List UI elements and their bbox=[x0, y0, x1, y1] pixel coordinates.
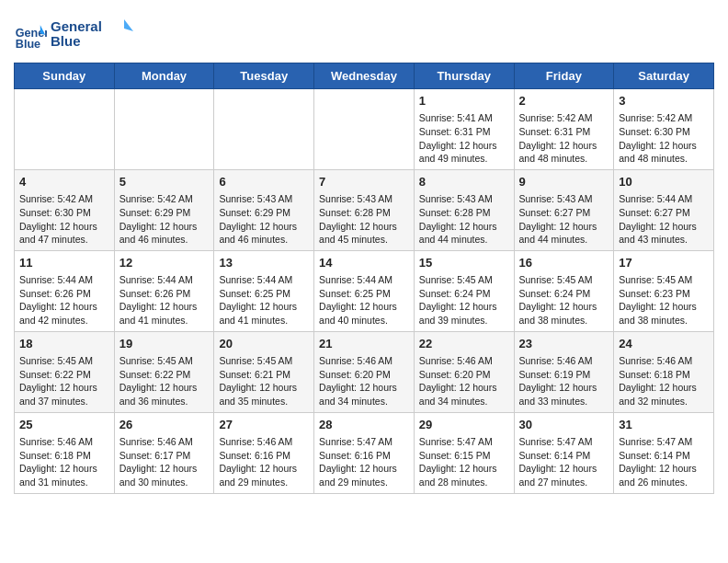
cell-content: Daylight: 12 hours and 34 minutes. bbox=[319, 381, 409, 408]
cell-content: Daylight: 12 hours and 27 minutes. bbox=[519, 462, 609, 488]
cell-content: Daylight: 12 hours and 49 minutes. bbox=[419, 139, 509, 166]
cell-content: Daylight: 12 hours and 34 minutes. bbox=[419, 381, 509, 408]
cell-content: Sunrise: 5:47 AM bbox=[619, 435, 709, 449]
day-number: 19 bbox=[119, 336, 210, 352]
day-number: 31 bbox=[619, 417, 709, 433]
calendar-cell: 22Sunrise: 5:46 AMSunset: 6:20 PMDayligh… bbox=[414, 331, 514, 412]
cell-content: Sunset: 6:14 PM bbox=[519, 449, 609, 463]
cell-content: Sunset: 6:29 PM bbox=[219, 206, 309, 220]
day-number: 9 bbox=[519, 174, 609, 190]
cell-content: Sunrise: 5:45 AM bbox=[519, 273, 609, 287]
cell-content: Daylight: 12 hours and 37 minutes. bbox=[19, 381, 109, 408]
cell-content: Sunrise: 5:43 AM bbox=[519, 192, 609, 206]
title-area bbox=[133, 9, 714, 11]
cell-content: Sunrise: 5:46 AM bbox=[619, 354, 709, 368]
cell-content: Sunset: 6:18 PM bbox=[619, 368, 709, 382]
logo: General Blue General Blue bbox=[14, 15, 133, 55]
cell-content: Daylight: 12 hours and 26 minutes. bbox=[619, 462, 709, 488]
logo-text: General Blue bbox=[51, 15, 133, 55]
cell-content: Sunset: 6:15 PM bbox=[419, 449, 509, 463]
cell-content: Sunset: 6:18 PM bbox=[19, 449, 109, 463]
calendar-table: SundayMondayTuesdayWednesdayThursdayFrid… bbox=[14, 63, 714, 494]
cell-content: Daylight: 12 hours and 44 minutes. bbox=[419, 220, 509, 247]
cell-content: Sunrise: 5:46 AM bbox=[119, 435, 210, 449]
cell-content: Sunrise: 5:42 AM bbox=[19, 192, 109, 206]
calendar-cell: 8Sunrise: 5:43 AMSunset: 6:28 PMDaylight… bbox=[414, 169, 514, 250]
cell-content: Sunset: 6:30 PM bbox=[619, 125, 709, 139]
cell-content: Sunset: 6:22 PM bbox=[19, 368, 109, 382]
cell-content: Sunrise: 5:43 AM bbox=[219, 192, 309, 206]
week-row-1: 1Sunrise: 5:41 AMSunset: 6:31 PMDaylight… bbox=[15, 89, 714, 170]
calendar-cell: 20Sunrise: 5:45 AMSunset: 6:21 PMDayligh… bbox=[214, 331, 314, 412]
cell-content: Daylight: 12 hours and 36 minutes. bbox=[119, 381, 210, 408]
calendar-cell: 4Sunrise: 5:42 AMSunset: 6:30 PMDaylight… bbox=[15, 169, 115, 250]
day-header-saturday: Saturday bbox=[614, 63, 714, 89]
day-number: 6 bbox=[219, 174, 309, 190]
calendar-cell: 18Sunrise: 5:45 AMSunset: 6:22 PMDayligh… bbox=[15, 331, 115, 412]
cell-content: Sunrise: 5:42 AM bbox=[619, 111, 709, 125]
cell-content: Sunrise: 5:47 AM bbox=[519, 435, 609, 449]
cell-content: Daylight: 12 hours and 30 minutes. bbox=[119, 462, 210, 488]
cell-content: Daylight: 12 hours and 28 minutes. bbox=[419, 462, 509, 488]
cell-content: Sunrise: 5:41 AM bbox=[419, 111, 509, 125]
cell-content: Sunset: 6:21 PM bbox=[219, 368, 309, 382]
cell-content: Sunrise: 5:44 AM bbox=[19, 273, 109, 287]
day-header-tuesday: Tuesday bbox=[214, 63, 314, 89]
day-number: 25 bbox=[19, 417, 109, 433]
cell-content: Sunset: 6:27 PM bbox=[619, 206, 709, 220]
calendar-cell: 27Sunrise: 5:46 AMSunset: 6:16 PMDayligh… bbox=[214, 412, 314, 493]
calendar-cell: 5Sunrise: 5:42 AMSunset: 6:29 PMDaylight… bbox=[114, 169, 214, 250]
calendar-cell: 11Sunrise: 5:44 AMSunset: 6:26 PMDayligh… bbox=[15, 250, 115, 331]
calendar-cell: 25Sunrise: 5:46 AMSunset: 6:18 PMDayligh… bbox=[15, 412, 115, 493]
cell-content: Sunrise: 5:45 AM bbox=[19, 354, 109, 368]
calendar-cell: 16Sunrise: 5:45 AMSunset: 6:24 PMDayligh… bbox=[514, 250, 614, 331]
cell-content: Sunrise: 5:45 AM bbox=[619, 273, 709, 287]
day-number: 29 bbox=[419, 417, 509, 433]
calendar-cell: 28Sunrise: 5:47 AMSunset: 6:16 PMDayligh… bbox=[314, 412, 415, 493]
calendar-cell: 6Sunrise: 5:43 AMSunset: 6:29 PMDaylight… bbox=[214, 169, 314, 250]
cell-content: Sunset: 6:23 PM bbox=[619, 287, 709, 301]
cell-content: Daylight: 12 hours and 43 minutes. bbox=[619, 220, 709, 247]
day-header-wednesday: Wednesday bbox=[314, 63, 415, 89]
day-number: 7 bbox=[319, 174, 409, 190]
cell-content: Sunrise: 5:45 AM bbox=[219, 354, 309, 368]
calendar-cell: 2Sunrise: 5:42 AMSunset: 6:31 PMDaylight… bbox=[514, 89, 614, 170]
cell-content: Sunset: 6:25 PM bbox=[219, 287, 309, 301]
calendar-cell: 26Sunrise: 5:46 AMSunset: 6:17 PMDayligh… bbox=[114, 412, 214, 493]
cell-content: Sunrise: 5:45 AM bbox=[119, 354, 210, 368]
cell-content: Sunset: 6:28 PM bbox=[319, 206, 409, 220]
cell-content: Sunset: 6:26 PM bbox=[119, 287, 210, 301]
cell-content: Sunset: 6:27 PM bbox=[519, 206, 609, 220]
cell-content: Daylight: 12 hours and 29 minutes. bbox=[219, 462, 309, 488]
cell-content: Sunrise: 5:46 AM bbox=[319, 354, 409, 368]
svg-marker-5 bbox=[124, 19, 133, 31]
cell-content: Sunrise: 5:44 AM bbox=[619, 192, 709, 206]
day-number: 2 bbox=[519, 93, 609, 109]
day-number: 14 bbox=[319, 255, 409, 271]
day-number: 23 bbox=[519, 336, 609, 352]
cell-content: Daylight: 12 hours and 41 minutes. bbox=[219, 300, 309, 327]
day-number: 3 bbox=[619, 93, 709, 109]
day-number: 16 bbox=[519, 255, 609, 271]
cell-content: Sunset: 6:28 PM bbox=[419, 206, 509, 220]
calendar-cell bbox=[214, 89, 314, 170]
header: General Blue General Blue bbox=[14, 9, 714, 55]
cell-content: Sunrise: 5:47 AM bbox=[319, 435, 409, 449]
day-number: 17 bbox=[619, 255, 709, 271]
cell-content: Daylight: 12 hours and 48 minutes. bbox=[619, 139, 709, 166]
cell-content: Daylight: 12 hours and 38 minutes. bbox=[619, 300, 709, 327]
calendar-cell: 9Sunrise: 5:43 AMSunset: 6:27 PMDaylight… bbox=[514, 169, 614, 250]
cell-content: Sunrise: 5:46 AM bbox=[219, 435, 309, 449]
calendar-cell: 30Sunrise: 5:47 AMSunset: 6:14 PMDayligh… bbox=[514, 412, 614, 493]
cell-content: Sunset: 6:31 PM bbox=[519, 125, 609, 139]
cell-content: Daylight: 12 hours and 39 minutes. bbox=[419, 300, 509, 327]
cell-content: Daylight: 12 hours and 32 minutes. bbox=[619, 381, 709, 408]
cell-content: Sunrise: 5:42 AM bbox=[119, 192, 210, 206]
day-number: 27 bbox=[219, 417, 309, 433]
cell-content: Daylight: 12 hours and 41 minutes. bbox=[119, 300, 210, 327]
cell-content: Sunset: 6:22 PM bbox=[119, 368, 210, 382]
day-number: 8 bbox=[419, 174, 509, 190]
cell-content: Sunrise: 5:44 AM bbox=[319, 273, 409, 287]
cell-content: Sunset: 6:20 PM bbox=[419, 368, 509, 382]
cell-content: Sunset: 6:29 PM bbox=[119, 206, 210, 220]
